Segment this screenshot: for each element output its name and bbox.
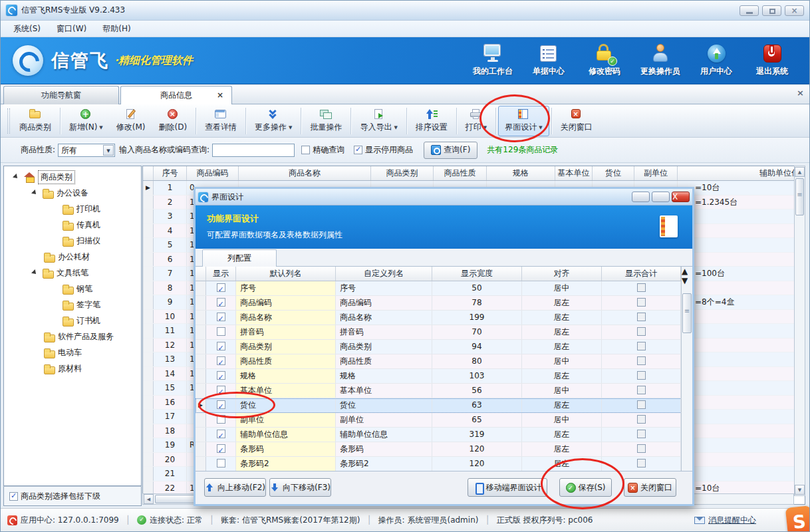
- move-down-button[interactable]: 向下移动(F3): [269, 478, 331, 497]
- default-name-cell[interactable]: 副单位: [236, 413, 336, 427]
- column-header-4[interactable]: 商品性质: [434, 166, 487, 180]
- show-checkbox[interactable]: [217, 313, 225, 321]
- show-checkbox[interactable]: [217, 430, 225, 438]
- align-cell[interactable]: 居中: [522, 354, 602, 368]
- default-name-cell[interactable]: 辅助单位信息: [236, 428, 336, 442]
- scroll-thumb[interactable]: [795, 178, 804, 215]
- align-cell[interactable]: 居左: [522, 325, 602, 339]
- custom-name-cell[interactable]: 货位: [336, 398, 432, 412]
- custom-name-cell[interactable]: 条形码2: [336, 457, 432, 471]
- scroll-down-icon[interactable]: ▼: [795, 485, 805, 495]
- column-header-0[interactable]: 序号: [154, 166, 187, 180]
- show-checkbox[interactable]: [217, 400, 225, 409]
- show-stopped-checkbox[interactable]: [354, 146, 362, 154]
- show-checkbox[interactable]: [217, 342, 225, 350]
- default-name-cell[interactable]: 序号: [236, 281, 336, 295]
- sum-checkbox[interactable]: [637, 386, 646, 394]
- show-checkbox[interactable]: [217, 283, 225, 292]
- dialog-column-header-4[interactable]: 对齐: [522, 267, 602, 281]
- dialog-close-window-button[interactable]: 关闭窗口: [624, 478, 676, 497]
- mobile-design-button[interactable]: 移动端界面设计: [468, 478, 547, 497]
- config-row-辅助单位信息[interactable]: 辅助单位信息辅助单位信息319居左: [196, 428, 692, 442]
- close-button[interactable]: ×: [785, 5, 804, 16]
- include-sub-checkbox[interactable]: [9, 492, 18, 501]
- custom-name-cell[interactable]: 商品性质: [336, 354, 432, 368]
- chevron-down-icon[interactable]: ▼: [394, 125, 397, 130]
- sum-checkbox[interactable]: [637, 327, 646, 336]
- tree-item-2[interactable]: 打印机: [4, 202, 100, 215]
- toolbar-impexp-button[interactable]: 导入导出▼: [353, 106, 404, 136]
- dialog-scroll-down-icon[interactable]: ▼: [682, 276, 688, 285]
- sum-checkbox[interactable]: [637, 356, 646, 365]
- width-cell[interactable]: 63: [432, 398, 522, 412]
- toolbar-closewin-button[interactable]: 关闭窗口: [554, 106, 599, 136]
- quick-action-doclist[interactable]: 单据中心: [521, 44, 577, 77]
- tab-column-config[interactable]: 列配置: [202, 249, 277, 267]
- custom-name-cell[interactable]: 副单位: [336, 413, 432, 427]
- dialog-minimize-button[interactable]: [632, 192, 650, 202]
- column-header-7[interactable]: 货位: [593, 166, 634, 180]
- toolbar-batch-button[interactable]: 批量操作: [303, 106, 348, 136]
- dialog-close-button[interactable]: X: [672, 192, 690, 202]
- width-cell[interactable]: 94: [432, 340, 522, 354]
- show-checkbox[interactable]: [217, 298, 225, 307]
- toolbar-edit-button[interactable]: 修改(M): [110, 106, 152, 136]
- align-cell[interactable]: 居中: [522, 413, 602, 427]
- menu-item-0[interactable]: 系统(S): [6, 22, 48, 36]
- align-cell[interactable]: 居中: [522, 384, 602, 398]
- config-row-货位[interactable]: ▶货位货位63居左: [196, 398, 692, 413]
- default-name-cell[interactable]: 商品类别: [236, 340, 336, 354]
- nature-select[interactable]: 所有▼: [58, 144, 115, 157]
- menu-item-1[interactable]: 窗口(W): [49, 22, 94, 36]
- expand-arrow-icon[interactable]: [31, 269, 38, 276]
- sum-checkbox[interactable]: [637, 313, 646, 321]
- dialog-maximize-button[interactable]: [652, 192, 670, 202]
- column-header-1[interactable]: 商品编码: [187, 166, 239, 180]
- config-row-基本单位[interactable]: 基本单位基本单位56居中: [196, 384, 692, 398]
- config-row-序号[interactable]: 序号序号50居中: [196, 281, 692, 296]
- chevron-down-icon[interactable]: ▼: [289, 125, 292, 130]
- config-row-条形码2[interactable]: 条形码2条形码2120居左: [196, 457, 692, 471]
- dialog-column-header-3[interactable]: 显示宽度: [432, 267, 522, 281]
- dialog-column-header-1[interactable]: 默认列名: [236, 267, 336, 281]
- sum-checkbox[interactable]: [637, 342, 646, 350]
- maximize-button[interactable]: [762, 5, 781, 16]
- sum-checkbox[interactable]: [637, 430, 646, 438]
- tree-item-11[interactable]: 电动车: [4, 346, 82, 359]
- default-name-cell[interactable]: 条形码2: [236, 457, 336, 471]
- tab-close-icon[interactable]: ×: [217, 86, 223, 104]
- config-row-条形码[interactable]: 条形码条形码120居左: [196, 442, 692, 457]
- move-up-button[interactable]: 向上移动(F2): [204, 478, 266, 497]
- sum-checkbox[interactable]: [637, 283, 646, 292]
- tree-item-6[interactable]: 文具纸笔: [4, 266, 88, 279]
- chevron-down-icon[interactable]: ▼: [539, 125, 542, 130]
- show-checkbox[interactable]: [217, 459, 225, 467]
- quick-action-power[interactable]: 退出系统: [744, 44, 800, 77]
- show-checkbox[interactable]: [217, 415, 225, 424]
- column-header-9[interactable]: 辅助单位信息: [678, 166, 805, 180]
- default-name-cell[interactable]: 商品编码: [236, 296, 336, 310]
- column-header-5[interactable]: 规格: [487, 166, 555, 180]
- width-cell[interactable]: 120: [432, 442, 522, 456]
- default-name-cell[interactable]: 拼音码: [236, 325, 336, 339]
- config-row-商品性质[interactable]: 商品性质商品性质80居中: [196, 354, 692, 369]
- align-cell[interactable]: 居左: [522, 340, 602, 354]
- sum-checkbox[interactable]: [637, 459, 646, 467]
- align-cell[interactable]: 居左: [522, 296, 602, 310]
- config-row-拼音码[interactable]: 拼音码拼音码70居左: [196, 325, 692, 340]
- expand-arrow-icon[interactable]: [13, 174, 19, 180]
- minimize-button[interactable]: [740, 5, 759, 16]
- expand-arrow-icon[interactable]: [31, 190, 38, 196]
- toolbar-detail-button[interactable]: 查看详情: [198, 106, 243, 136]
- tab-1[interactable]: 商品信息×: [120, 86, 232, 104]
- toolbar-print-button[interactable]: 打印▼: [459, 106, 493, 136]
- default-name-cell[interactable]: 商品性质: [236, 354, 336, 368]
- toolbar-uides-button[interactable]: 界面设计▼: [498, 106, 549, 136]
- tree-item-5[interactable]: 办公耗材: [4, 250, 90, 263]
- show-checkbox[interactable]: [217, 444, 225, 453]
- width-cell[interactable]: 78: [432, 296, 522, 310]
- tabbar-close-icon[interactable]: ×: [797, 88, 804, 98]
- width-cell[interactable]: 70: [432, 325, 522, 339]
- dialog-column-header-5[interactable]: 显示合计: [602, 267, 681, 281]
- custom-name-cell[interactable]: 拼音码: [336, 325, 432, 339]
